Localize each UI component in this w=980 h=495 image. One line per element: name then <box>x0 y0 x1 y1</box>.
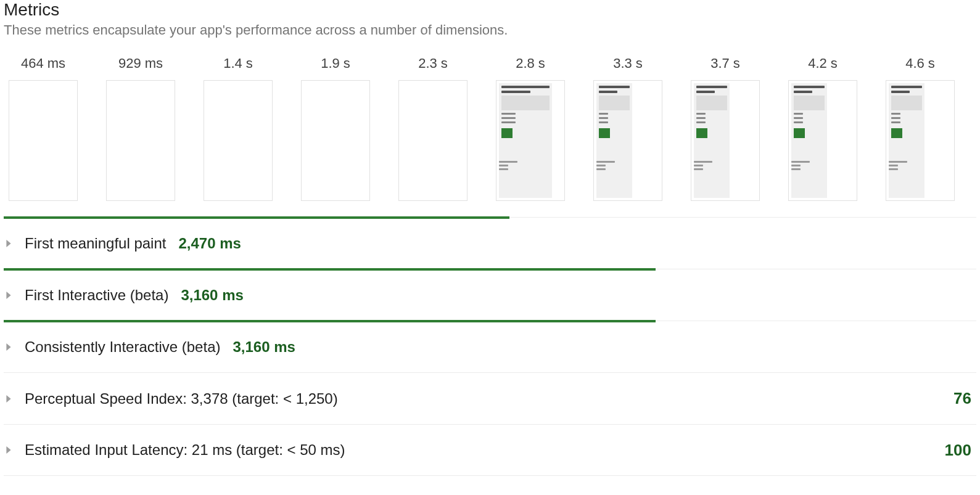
filmstrip-time-label: 1.4 s <box>223 55 253 72</box>
metric-label: Estimated Input Latency: 21 ms (target: … <box>25 441 358 459</box>
metric-progress-bar <box>4 268 656 271</box>
filmstrip-thumbnail[interactable] <box>691 80 760 201</box>
thumbnail-content <box>499 83 552 198</box>
filmstrip-thumbnail[interactable] <box>886 80 955 201</box>
filmstrip-frame: 3.7 s <box>691 55 760 201</box>
filmstrip-time-label: 464 ms <box>21 55 65 72</box>
filmstrip-thumbnail[interactable] <box>106 80 175 201</box>
section-subtitle: These metrics encapsulate your app's per… <box>4 22 976 38</box>
filmstrip-thumbnail[interactable] <box>496 80 565 201</box>
metric-label: First meaningful paint <box>25 235 178 252</box>
expand-toggle-icon[interactable] <box>4 395 25 403</box>
metric-value: 2,470 ms <box>178 235 241 252</box>
metric-label: Consistently Interactive (beta) <box>25 338 233 356</box>
metric-score: 76 <box>953 389 976 408</box>
thumbnail-content <box>694 83 730 198</box>
filmstrip-frame: 3.3 s <box>593 55 662 201</box>
metric-value: 3,160 ms <box>233 338 295 356</box>
metric-row[interactable]: Estimated Input Latency: 21 ms (target: … <box>4 424 976 476</box>
expand-toggle-icon[interactable] <box>4 343 25 351</box>
filmstrip-frame: 929 ms <box>106 55 175 201</box>
metric-progress-bar <box>4 320 656 322</box>
filmstrip-thumbnail[interactable] <box>398 80 467 201</box>
filmstrip-thumbnail[interactable] <box>788 80 857 201</box>
filmstrip-frame: 2.3 s <box>398 55 467 201</box>
thumbnail-content <box>596 83 632 198</box>
metric-progress-bar <box>4 216 509 219</box>
filmstrip-thumbnail[interactable] <box>593 80 662 201</box>
filmstrip-frame: 1.9 s <box>301 55 370 201</box>
expand-toggle-icon[interactable] <box>4 292 25 299</box>
filmstrip-time-label: 1.9 s <box>321 55 350 72</box>
filmstrip-frame: 4.2 s <box>788 55 857 201</box>
expand-toggle-icon[interactable] <box>4 240 25 247</box>
metric-score: 100 <box>945 441 976 460</box>
thumbnail-content <box>791 83 827 198</box>
metric-row[interactable]: First meaningful paint2,470 ms <box>4 217 976 269</box>
metric-row[interactable]: Consistently Interactive (beta)3,160 ms <box>4 321 976 372</box>
metric-label: First Interactive (beta) <box>25 287 181 304</box>
filmstrip: 464 ms929 ms1.4 s1.9 s2.3 s2.8 s3.3 s3.7… <box>4 55 976 201</box>
filmstrip-frame: 2.8 s <box>496 55 565 201</box>
filmstrip-thumbnail[interactable] <box>9 80 78 201</box>
expand-toggle-icon[interactable] <box>4 446 25 454</box>
filmstrip-frame: 464 ms <box>9 55 78 201</box>
filmstrip-frame: 4.6 s <box>886 55 955 201</box>
filmstrip-thumbnail[interactable] <box>204 80 273 201</box>
metric-row[interactable]: Perceptual Speed Index: 3,378 (target: <… <box>4 372 976 424</box>
filmstrip-time-label: 4.2 s <box>808 55 838 72</box>
filmstrip-time-label: 929 ms <box>118 55 163 72</box>
metric-value: 3,160 ms <box>181 287 243 304</box>
filmstrip-time-label: 2.3 s <box>418 55 448 72</box>
filmstrip-time-label: 3.3 s <box>613 55 643 72</box>
filmstrip-time-label: 3.7 s <box>710 55 740 72</box>
metrics-list: First meaningful paint2,470 msFirst Inte… <box>4 217 976 476</box>
filmstrip-time-label: 4.6 s <box>905 55 935 72</box>
thumbnail-content <box>889 83 924 198</box>
metric-row[interactable]: First Interactive (beta)3,160 ms <box>4 269 976 321</box>
filmstrip-thumbnail[interactable] <box>301 80 370 201</box>
filmstrip-time-label: 2.8 s <box>516 55 545 72</box>
section-title: Metrics <box>4 0 976 20</box>
filmstrip-frame: 1.4 s <box>204 55 273 201</box>
metric-label: Perceptual Speed Index: 3,378 (target: <… <box>25 390 350 407</box>
